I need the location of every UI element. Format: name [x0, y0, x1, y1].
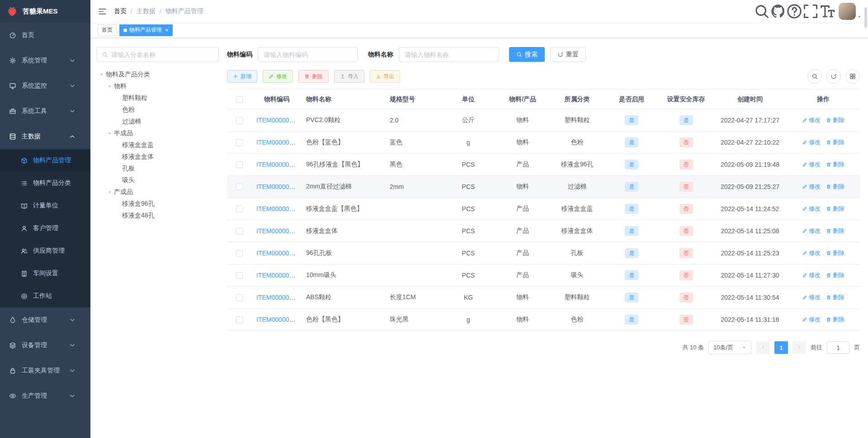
row-delete-button[interactable]: 删除 — [826, 160, 844, 169]
select-all-checkbox[interactable] — [236, 96, 243, 103]
sidebar-item-fixture-mgmt[interactable]: 工装夹具管理 — [0, 358, 90, 383]
material-code-link[interactable]: ITEM00000041 — [256, 139, 300, 146]
sidebar-item-warehouse-mgmt[interactable]: 仓储管理 — [0, 307, 90, 333]
material-code-link[interactable]: ITEM00000046 — [256, 161, 300, 168]
row-delete-button[interactable]: 删除 — [826, 271, 844, 279]
row-edit-button[interactable]: 修改 — [802, 138, 821, 146]
add-button[interactable]: 新增 — [227, 70, 257, 83]
row-checkbox[interactable] — [236, 161, 243, 168]
material-code-link[interactable]: ITEM00000055 — [256, 294, 300, 301]
tree-node-3[interactable]: 色粉 — [97, 104, 219, 116]
material-code-link[interactable]: ITEM00000054 — [256, 272, 300, 279]
question-button[interactable] — [786, 0, 802, 23]
row-delete-button[interactable]: 删除 — [826, 316, 844, 324]
row-delete-button[interactable]: 删除 — [826, 183, 844, 191]
material-code-link[interactable]: ITEM00000051 — [256, 205, 300, 212]
fullscreen-button[interactable] — [802, 0, 819, 23]
fontsize-button[interactable] — [819, 0, 835, 23]
sidebar-item-system-monitor[interactable]: 系统监控 — [0, 73, 90, 99]
tree-node-4[interactable]: 过滤棉 — [97, 116, 219, 127]
sidebar-item-supplier-mgmt[interactable]: 供应商管理 — [0, 240, 90, 262]
row-checkbox[interactable] — [236, 206, 243, 212]
row-delete-button[interactable]: 删除 — [826, 116, 844, 124]
tree-node-2[interactable]: 塑料颗粒 — [97, 92, 219, 104]
user-menu[interactable] — [839, 3, 862, 20]
next-page-button[interactable] — [793, 341, 806, 354]
row-edit-button[interactable]: 修改 — [802, 160, 821, 169]
import-button[interactable]: 导入 — [334, 70, 364, 83]
reset-button[interactable]: 重置 — [550, 47, 586, 62]
material-code-link[interactable]: ITEM00000053 — [256, 250, 300, 257]
row-edit-button[interactable]: 修改 — [802, 249, 821, 257]
row-edit-button[interactable]: 修改 — [802, 293, 821, 301]
row-checkbox[interactable] — [236, 184, 243, 190]
row-checkbox[interactable] — [236, 228, 243, 235]
tab-1[interactable]: 物料产品管理× — [119, 24, 173, 36]
material-code-link[interactable]: ITEM00000052 — [256, 227, 300, 235]
row-checkbox[interactable] — [236, 316, 243, 323]
tree-node-8[interactable]: 孔板 — [97, 163, 219, 174]
export-button[interactable]: 导出 — [370, 70, 400, 83]
material-name-input[interactable] — [399, 47, 499, 62]
row-checkbox[interactable] — [236, 250, 243, 257]
tree-node-9[interactable]: 吸头 — [97, 174, 219, 186]
row-edit-button[interactable]: 修改 — [802, 316, 821, 324]
row-edit-button[interactable]: 修改 — [802, 183, 821, 191]
tree-node-5[interactable]: 半成品 — [97, 127, 219, 139]
page-size-select[interactable]: 10条/页 — [708, 341, 752, 354]
sidebar-item-material-product-category[interactable]: 物料产品分类 — [0, 172, 90, 194]
row-checkbox[interactable] — [236, 272, 243, 279]
material-code-link[interactable]: ITEM00000037 — [256, 117, 300, 124]
sidebar-item-workshop-settings[interactable]: 车间设置 — [0, 262, 90, 285]
goto-page-input[interactable] — [827, 341, 849, 354]
tree-node-7[interactable]: 移液盒盒体 — [97, 151, 219, 163]
search-toggle-button[interactable] — [807, 69, 822, 84]
row-delete-button[interactable]: 删除 — [826, 138, 844, 146]
sidebar-item-production-mgmt[interactable]: 生产管理 — [0, 383, 90, 409]
github-button[interactable] — [770, 0, 786, 23]
tree-node-11[interactable]: 移液盒96孔 — [97, 198, 219, 210]
sidebar-item-measure-unit[interactable]: 计量单位 — [0, 194, 90, 217]
sidebar-item-master-data[interactable]: 主数据 — [0, 124, 90, 149]
avatar[interactable] — [839, 3, 856, 20]
row-delete-button[interactable]: 删除 — [826, 249, 844, 257]
sidebar-item-workstation[interactable]: 工作站 — [0, 285, 90, 307]
delete-button[interactable]: 删除 — [298, 70, 329, 83]
sidebar-item-material-product-mgmt[interactable]: 物料产品管理 — [0, 149, 90, 172]
tab-0[interactable]: 首页 — [98, 24, 117, 36]
row-delete-button[interactable]: 删除 — [826, 293, 844, 301]
row-checkbox[interactable] — [236, 294, 243, 301]
tree-node-0[interactable]: 物料及产品分类 — [97, 69, 219, 80]
row-delete-button[interactable]: 删除 — [826, 227, 844, 235]
sidebar-item-home[interactable]: 首页 — [0, 23, 90, 48]
category-search[interactable] — [97, 47, 219, 62]
row-edit-button[interactable]: 修改 — [802, 116, 821, 124]
material-code-input[interactable] — [258, 47, 358, 62]
tree-node-6[interactable]: 移液盒盒盖 — [97, 139, 219, 151]
row-edit-button[interactable]: 修改 — [802, 205, 821, 213]
search-button[interactable] — [754, 0, 770, 23]
prev-page-button[interactable] — [756, 341, 770, 354]
sidebar-item-equipment-mgmt[interactable]: 设备管理 — [0, 333, 90, 358]
material-code-link[interactable]: ITEM00000049 — [256, 183, 300, 190]
close-icon[interactable]: × — [165, 27, 169, 33]
tree-node-1[interactable]: 物料 — [97, 80, 219, 92]
page-scrollbar[interactable] — [864, 7, 867, 28]
app-logo[interactable]: 苦糖果MES — [0, 0, 90, 23]
refresh-toggle-button[interactable] — [826, 69, 841, 84]
sidebar-item-system-tools[interactable]: 系统工具 — [0, 99, 90, 124]
tree-node-10[interactable]: 产成品 — [97, 186, 219, 198]
sidebar-item-system-admin[interactable]: 系统管理 — [0, 48, 90, 73]
tree-node-12[interactable]: 移液盒48孔 — [97, 210, 219, 221]
row-edit-button[interactable]: 修改 — [802, 271, 821, 279]
breadcrumb-item[interactable]: 首页 — [114, 7, 127, 15]
row-delete-button[interactable]: 删除 — [826, 205, 844, 213]
row-edit-button[interactable]: 修改 — [802, 227, 821, 235]
material-code-link[interactable]: ITEM00000056 — [256, 316, 300, 323]
grid-toggle-button[interactable] — [845, 69, 860, 84]
edit-button[interactable]: 修改 — [263, 70, 293, 83]
sidebar-item-customer-mgmt[interactable]: 客户管理 — [0, 217, 90, 240]
current-page-button[interactable]: 1 — [774, 341, 788, 354]
search-button[interactable]: 搜索 — [509, 47, 545, 62]
row-checkbox[interactable] — [236, 117, 243, 124]
